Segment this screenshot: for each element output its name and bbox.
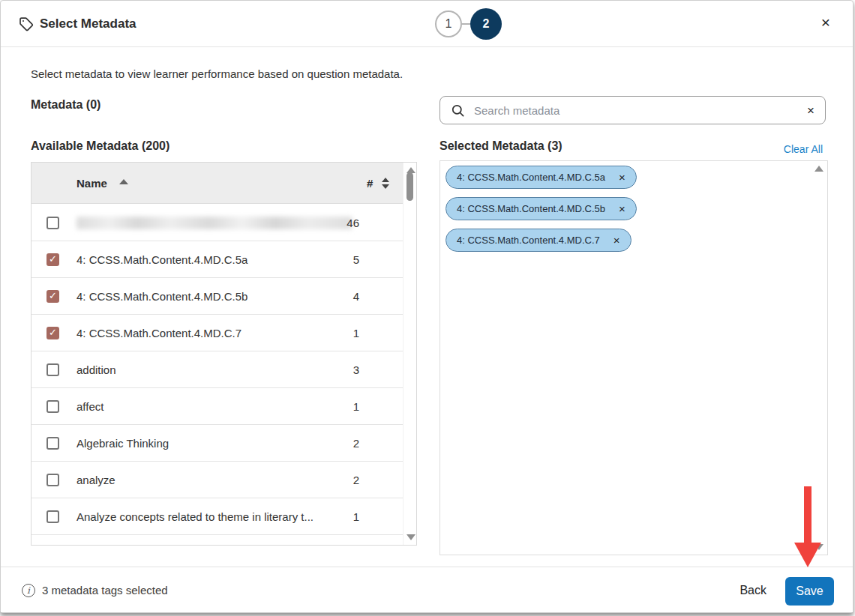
row-count: 2 [353,462,359,498]
selected-metadata-panel: 4: CCSS.Math.Content.4.MD.C.5a × 4: CCSS… [440,160,828,555]
selected-chip: 4: CCSS.Math.Content.4.MD.C.5a × [446,166,637,189]
info-icon [22,584,35,597]
row-name: Algebraic Thinking [76,425,169,462]
metadata-count-heading: Metadata (0) [31,98,100,112]
sort-toggle-icon[interactable] [382,178,389,189]
table-row[interactable]: 4: CCSS.Math.Content.4.MD.C.5a 5 [32,241,403,278]
selected-chip: 4: CCSS.Math.Content.4.MD.C.7 × [446,229,632,252]
scroll-down-icon[interactable] [406,534,416,540]
available-metadata-heading: Available Metadata (200) [31,139,170,153]
row-count: 5 [353,241,359,278]
row-checkbox[interactable] [46,363,59,376]
row-checkbox[interactable] [46,327,59,339]
save-button[interactable]: Save [785,577,834,606]
column-header-name[interactable]: Name [76,163,128,204]
annotation-arrow-head [794,543,821,567]
row-count: 4 [353,278,359,315]
selected-metadata-heading: Selected Metadata (3) [440,139,562,153]
row-name: addition [76,351,116,388]
clear-all-link[interactable]: Clear All [784,143,823,155]
row-count: 1 [353,315,359,351]
selected-chip: 4: CCSS.Math.Content.4.MD.C.5b × [446,197,637,220]
available-metadata-table: Name # 46 4: CCSS.Math.Content.4.MD.C.5a… [31,162,417,546]
row-checkbox[interactable] [46,290,59,303]
row-name: affect [76,388,104,425]
chip-remove-icon[interactable]: × [619,172,626,183]
dialog-header: Select Metadata 1 2 × [1,1,853,47]
row-count: 3 [353,351,359,388]
table-header: Name # [32,163,403,204]
row-name: Analyze concepts related to theme in lit… [76,498,314,535]
stepper: 1 2 [435,8,502,40]
step-2-active[interactable]: 2 [470,8,502,40]
table-scrollbar[interactable] [403,163,416,545]
column-header-count[interactable]: # [367,163,389,204]
row-name: 4: CCSS.Math.Content.4.MD.C.5b [76,278,248,315]
selection-status-text: 3 metadata tags selected [42,584,168,597]
select-metadata-dialog: Select Metadata 1 2 × Select metadata to… [0,0,854,613]
available-table-body: 46 4: CCSS.Math.Content.4.MD.C.5a 5 4: C… [32,205,403,545]
sort-ascending-icon[interactable] [119,179,128,184]
row-checkbox[interactable] [46,217,59,229]
chip-label: 4: CCSS.Math.Content.4.MD.C.5b [457,203,605,214]
row-count: 46 [346,205,359,241]
count-column-label: # [367,177,373,190]
search-input[interactable] [474,104,807,117]
table-row[interactable]: Algebraic Thinking 2 [32,425,403,462]
dialog-footer: 3 metadata tags selected Back Save [1,567,853,612]
dialog-description: Select metadata to view learner performa… [31,67,403,80]
scroll-up-icon[interactable] [814,166,824,172]
scrollbar-thumb[interactable] [406,172,413,201]
table-row[interactable]: 4: CCSS.Math.Content.4.MD.C.7 1 [32,315,403,351]
row-name: 4: CCSS.Math.Content.4.MD.C.7 [76,315,242,351]
table-row[interactable]: addition 3 [32,351,403,388]
row-checkbox[interactable] [46,253,59,266]
row-checkbox[interactable] [46,474,59,486]
chip-remove-icon[interactable]: × [619,203,626,214]
name-column-label: Name [76,177,107,190]
table-row[interactable]: Analyze concepts related to theme in lit… [32,498,403,535]
step-1[interactable]: 1 [435,10,462,37]
dialog-title: Select Metadata [40,16,136,31]
annotation-arrow-shaft [804,486,812,543]
row-count: 1 [353,388,359,425]
chip-remove-icon[interactable]: × [614,235,620,246]
table-row[interactable]: 46 [32,205,403,241]
step-connector [462,23,470,25]
search-icon [451,103,465,118]
row-name: 4: CCSS.Math.Content.4.MD.C.5a [76,241,248,278]
close-icon[interactable]: × [821,14,830,30]
tag-icon [19,16,34,31]
row-count: 2 [353,425,359,462]
chip-label: 4: CCSS.Math.Content.4.MD.C.5a [457,172,605,183]
row-count: 1 [353,498,359,535]
row-checkbox[interactable] [46,510,59,523]
table-row[interactable]: affect 1 [32,388,403,425]
search-clear-icon[interactable]: × [807,104,814,117]
selected-chips-list: 4: CCSS.Math.Content.4.MD.C.5a × 4: CCSS… [446,166,809,252]
row-checkbox[interactable] [46,400,59,413]
table-row[interactable]: analyze 2 [32,462,403,498]
panel-scrollbar[interactable] [812,161,827,555]
back-button[interactable]: Back [740,579,766,602]
table-row[interactable]: 4: CCSS.Math.Content.4.MD.C.5b 4 [32,278,403,315]
row-checkbox[interactable] [46,437,59,450]
row-name: analyze [76,462,116,498]
search-bar: × [440,96,826,124]
chip-label: 4: CCSS.Math.Content.4.MD.C.7 [457,235,600,246]
row-name [76,217,352,229]
